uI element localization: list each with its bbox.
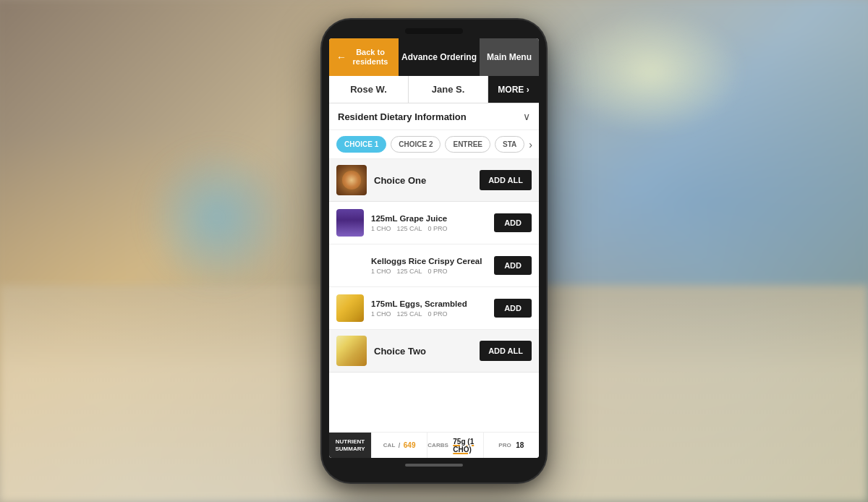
eggs-scrambled-add-button[interactable]: ADD [494,299,532,318]
choice-one-add-all-button[interactable]: ADD ALL [480,170,532,190]
grape-juice-name: 125mL Grape Juice [371,214,494,223]
eggs-scrambled-image [336,294,364,322]
category-arrow-icon[interactable]: › [529,139,532,150]
main-menu-tab[interactable]: Main Menu [480,38,539,76]
grape-juice-add-button[interactable]: ADD [494,213,532,232]
rice-cereal-info: Kelloggs Rice Crispy Cereal 1 CHO 125 CA… [371,257,494,275]
sta-label: STA [503,140,516,148]
category-tab-sta[interactable]: STA [495,136,524,153]
nutrient-carbs-item: CARBS 75g (1 CHO) [427,433,482,458]
resident-tabs: Rose W. Jane S. MORE › [329,76,539,103]
juice-art [336,209,364,237]
rice-cereal-nutrients: 1 CHO 125 CAL 0 PRO [371,268,494,275]
nutrient-pro: 0 PRO [428,310,448,318]
top-navigation: ← Back to residents Advance Ordering Mai… [329,38,539,76]
eggs-scrambled-info: 175mL Eggs, Scrambled 1 CHO 125 CAL 0 PR… [371,299,494,318]
resident-tab-jane[interactable]: Jane S. [409,76,488,103]
cal-label: CAL [383,442,395,448]
choice-two-image [336,336,367,366]
food-item-rice-cereal: Kelloggs Rice Crispy Cereal 1 CHO 125 CA… [329,244,539,287]
nutrient-pro: 0 PRO [428,225,448,232]
choice-one-food-art [336,165,367,195]
choice-two-header: Choice Two ADD ALL [329,330,539,373]
phone-notch [405,28,463,34]
grape-juice-image [336,209,364,237]
chevron-down-icon: ∨ [523,111,530,122]
pro-value: 18 [516,441,524,449]
rice-cereal-image-placeholder [336,252,364,279]
category-tab-entree[interactable]: ENTREE [445,136,490,153]
carb-separator [450,442,452,449]
advance-ordering-tab[interactable]: Advance Ordering [399,38,480,76]
category-tab-choice1[interactable]: CHOICE 1 [336,136,386,153]
bg-blue-wall [145,145,289,289]
cal-value: 649 [404,441,416,449]
choice-two-label: Choice Two [374,346,480,357]
more-label: MORE › [498,85,529,95]
nutrient-cal: 125 CAL [397,225,422,232]
category-tab-choice2[interactable]: CHOICE 2 [391,136,441,153]
resident-tab-rose[interactable]: Rose W. [329,76,409,103]
back-to-residents-button[interactable]: ← Back to residents [329,38,399,76]
carbs-value: 75g (1 CHO) [453,438,482,454]
carbs-label: CARBS [427,442,448,448]
category-tabs-bar: CHOICE 1 CHOICE 2 ENTREE STA › [329,130,539,159]
choice2-label: CHOICE 2 [399,140,433,148]
back-label: Back to residents [349,48,391,67]
main-menu-label: Main Menu [487,52,532,62]
entree-label: ENTREE [453,140,482,148]
nutrient-pro-item: PRO 18 [483,433,539,458]
bg-lights [542,0,760,145]
choice-one-image [336,165,367,195]
resident-jane-label: Jane S. [432,84,465,95]
rice-cereal-name: Kelloggs Rice Crispy Cereal [371,257,494,265]
nutrient-summary-bar: NUTRIENT SUMMARY CAL / 649 CARBS 75g (1 … [329,432,539,458]
phone-home-bar[interactable] [405,464,463,467]
grape-juice-nutrients: 1 CHO 125 CAL 0 PRO [371,225,494,232]
nutrient-pro: 0 PRO [428,268,448,275]
cal-separator: / [396,442,402,449]
phone-screen: ← Back to residents Advance Ordering Mai… [329,38,539,458]
advance-ordering-label: Advance Ordering [401,52,477,62]
choice-two-add-all-button[interactable]: ADD ALL [480,341,532,361]
phone-device: ← Back to residents Advance Ordering Mai… [322,20,546,482]
content-scroll-area[interactable]: Choice One ADD ALL 125mL Grape Juice 1 C… [329,159,539,432]
eggs-art [336,294,364,322]
nutrient-cal: 125 CAL [397,268,422,275]
choice-one-label: Choice One [374,175,480,186]
choice-one-header: Choice One ADD ALL [329,159,539,202]
dietary-info-title: Resident Dietary Information [338,111,467,122]
more-residents-button[interactable]: MORE › [488,76,539,103]
choice1-label: CHOICE 1 [344,140,378,148]
food-item-eggs-scrambled: 175mL Eggs, Scrambled 1 CHO 125 CAL 0 PR… [329,287,539,330]
rice-cereal-add-button[interactable]: ADD [494,256,532,275]
nutrient-cho: 1 CHO [371,225,391,232]
nutrient-cal-item: CAL / 649 [371,433,427,458]
nutrient-cal: 125 CAL [397,310,422,318]
eggs-scrambled-nutrients: 1 CHO 125 CAL 0 PRO [371,310,494,318]
food-item-grape-juice: 125mL Grape Juice 1 CHO 125 CAL 0 PRO AD… [329,202,539,244]
nutrient-summary-label: NUTRIENT SUMMARY [329,433,371,458]
pro-separator [513,442,515,449]
nutrient-cho: 1 CHO [371,310,391,318]
nutrient-cho: 1 CHO [371,268,391,275]
back-arrow-icon: ← [336,51,346,63]
eggs-scrambled-name: 175mL Eggs, Scrambled [371,299,494,308]
resident-rose-label: Rose W. [350,84,387,95]
grape-juice-info: 125mL Grape Juice 1 CHO 125 CAL 0 PRO [371,214,494,232]
choice-two-food-art [336,336,367,366]
dietary-info-header[interactable]: Resident Dietary Information ∨ [329,103,539,130]
pro-label: PRO [498,442,511,448]
